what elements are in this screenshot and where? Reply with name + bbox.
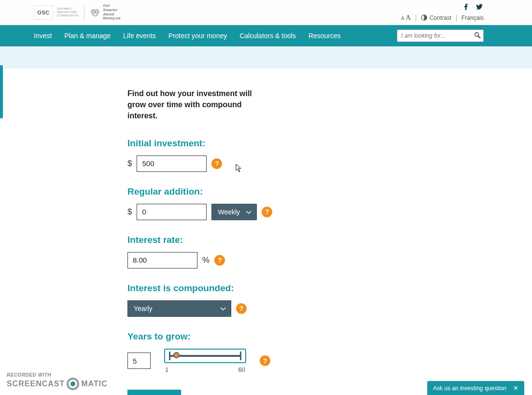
label-years: Years to grow:: [127, 331, 270, 342]
input-initial-investment[interactable]: [137, 155, 207, 172]
help-years[interactable]: ?: [260, 355, 270, 366]
svg-point-3: [97, 11, 98, 12]
nav-life-events[interactable]: Life events: [123, 32, 156, 40]
contrast-toggle[interactable]: Contrast: [421, 14, 451, 21]
nav-resources[interactable]: Resources: [308, 32, 341, 40]
osc-logo[interactable]: OSC ONTARIO SECURITIES COMMISSION: [34, 5, 78, 20]
label-compounded: Interest is compounded:: [127, 283, 270, 294]
select-compounded-value: Yearly: [134, 305, 152, 312]
field-initial-investment: Initial investment: $ ?: [127, 138, 270, 172]
svg-point-2: [93, 11, 94, 12]
help-regular-addition[interactable]: ?: [262, 207, 272, 217]
watermark-ring-icon: [67, 378, 79, 390]
svg-line-6: [478, 36, 480, 38]
label-interest-rate: Interest rate:: [127, 235, 270, 245]
chevron-down-icon-2: [220, 305, 226, 312]
osc-line2: SECURITIES: [57, 11, 78, 14]
chevron-down-icon: [246, 208, 252, 216]
font-large-icon: A: [406, 14, 411, 22]
calculate-button[interactable]: Calculate: [127, 390, 181, 395]
osc-line3: COMMISSION: [57, 14, 78, 17]
slider-container: 1 60: [164, 349, 246, 373]
owl-icon: [90, 8, 100, 17]
util-divider-2: [456, 14, 457, 21]
facebook-icon[interactable]: [462, 3, 469, 12]
hero-band: [0, 46, 532, 69]
contrast-icon: [421, 14, 427, 21]
slider-max-label: 60: [238, 366, 245, 373]
select-frequency-value: Weekly: [218, 208, 240, 216]
search-input[interactable]: [397, 29, 484, 42]
years-slider[interactable]: [164, 349, 246, 363]
slider-handle[interactable]: [173, 352, 180, 358]
util-divider-1: [416, 14, 416, 21]
watermark-line2: SCREENCAST MATIC: [7, 378, 108, 390]
watermark-line1: RECORDED WITH: [7, 372, 51, 378]
nav-invest[interactable]: Invest: [34, 32, 52, 40]
ask-widget[interactable]: Ask us an investing question ✕: [427, 381, 524, 395]
osc-logo-box: OSC: [34, 5, 53, 20]
nav-links: Invest Plan & manage Life events Protect…: [34, 32, 341, 40]
gsam-logo[interactable]: Get Smarter About Money.ca: [90, 4, 120, 21]
top-utils: A A Contrast Français: [401, 3, 484, 22]
nav-plan-manage[interactable]: Plan & manage: [64, 32, 111, 40]
nav-calculators[interactable]: Calculators & tools: [239, 32, 296, 40]
main-content: Find out how your investment will grow o…: [0, 69, 270, 395]
gsam-text: Get Smarter About Money.ca: [103, 4, 120, 21]
slider-tick-max: [240, 352, 241, 360]
select-compounded[interactable]: Yearly: [127, 300, 231, 317]
label-initial-investment: Initial investment:: [127, 138, 270, 149]
ask-widget-text: Ask us an investing question: [433, 385, 506, 392]
field-regular-addition: Regular addition: $ Weekly ?: [127, 186, 270, 220]
help-initial-investment[interactable]: ?: [211, 158, 222, 169]
osc-line1: ONTARIO: [57, 7, 78, 11]
input-years[interactable]: [127, 353, 151, 369]
contrast-label: Contrast: [430, 14, 451, 21]
language-toggle[interactable]: Français: [462, 14, 484, 21]
select-addition-frequency[interactable]: Weekly: [211, 204, 257, 220]
input-regular-addition[interactable]: [137, 204, 207, 220]
font-size-toggle[interactable]: A A: [401, 14, 410, 22]
twitter-icon[interactable]: [476, 3, 483, 12]
currency-symbol: $: [127, 159, 132, 169]
slider-tick-min: [169, 352, 170, 360]
label-regular-addition: Regular addition:: [127, 186, 270, 197]
watermark-part1: SCREENCAST: [7, 380, 65, 388]
watermark: RECORDED WITH SCREENCAST MATIC: [7, 372, 108, 390]
slider-min-label: 1: [165, 366, 168, 373]
util-row: A A Contrast Français: [401, 14, 484, 22]
search-icon[interactable]: [474, 32, 481, 39]
osc-logo-text: ONTARIO SECURITIES COMMISSION: [57, 7, 78, 18]
field-years: Years to grow: 1 60 ?: [127, 331, 270, 373]
brand-block: OSC ONTARIO SECURITIES COMMISSION Get Sm…: [34, 4, 121, 21]
field-interest-rate: Interest rate: % ?: [127, 235, 270, 268]
feedback-tab[interactable]: [0, 65, 3, 118]
font-small-icon: A: [401, 15, 404, 21]
brand-divider: [84, 5, 84, 20]
help-interest-rate[interactable]: ?: [214, 255, 225, 266]
percent-symbol: %: [202, 255, 210, 265]
field-compounded: Interest is compounded: Yearly ?: [127, 283, 270, 317]
nav-protect[interactable]: Protect your money: [168, 32, 227, 40]
input-interest-rate[interactable]: [127, 252, 197, 268]
gsam-l4: Money.ca: [103, 16, 120, 21]
search-box: [397, 29, 484, 42]
watermark-part2: MATIC: [81, 380, 107, 388]
intro-text: Find out how your investment will grow o…: [127, 88, 270, 122]
currency-symbol-2: $: [127, 207, 132, 217]
close-icon[interactable]: ✕: [513, 384, 518, 392]
top-bar: OSC ONTARIO SECURITIES COMMISSION Get Sm…: [0, 0, 532, 25]
main-nav: Invest Plan & manage Life events Protect…: [0, 25, 532, 46]
help-compounded[interactable]: ?: [236, 303, 247, 314]
social-links: [462, 3, 483, 12]
